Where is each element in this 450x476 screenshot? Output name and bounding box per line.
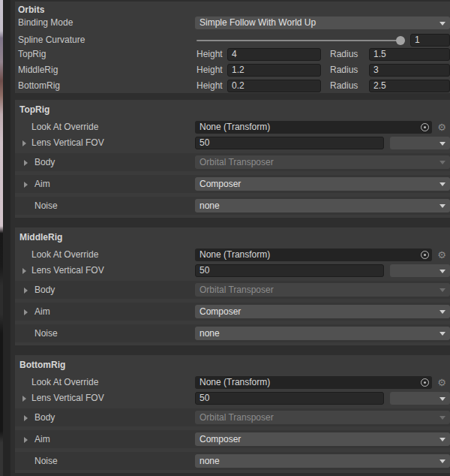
look-at-override-row: Look At Override None (Transform) ⚙ [15,121,450,134]
foldout-arrow-icon[interactable] [22,268,26,274]
body-dropdown: Orbital Transposer [195,283,450,297]
foldout-arrow-icon[interactable] [24,182,28,188]
bottomrig-section-title: BottomRig [20,360,65,371]
orbits-section-title: Orbits [18,5,44,16]
look-at-override-object-field[interactable]: None (Transform) [195,249,432,261]
foldout-arrow-icon[interactable] [22,396,26,402]
object-picker-icon[interactable] [421,378,429,387]
gear-icon[interactable]: ⚙ [437,249,446,261]
lens-vertical-fov-field[interactable]: 50 [195,264,384,277]
lens-vertical-fov-label: Lens Vertical FOV [32,264,104,277]
gear-icon[interactable]: ⚙ [437,376,446,389]
look-at-override-value: None (Transform) [200,249,270,260]
spline-curvature-label: Spline Curvature [18,34,85,47]
look-at-override-label: Look At Override [32,249,98,261]
noise-label: Noise [34,327,58,340]
noise-row: Noise none [15,324,450,342]
bottomrig-orbit-row: BottomRig Height 0.2 Radius 2.5 [15,80,450,92]
aim-label: Aim [34,306,50,318]
unity-inspector-panel: Orbits Binding Mode Simple Follow With W… [0,0,450,476]
noise-dropdown[interactable]: none [195,199,450,212]
radius-label: Radius [330,80,358,92]
look-at-override-object-field[interactable]: None (Transform) [195,376,432,389]
chevron-down-icon [440,22,446,26]
toprig-radius-field[interactable]: 1.5 [369,48,450,61]
bottomrig-section: BottomRig Look At Override None (Transfo… [15,355,450,473]
foldout-arrow-icon[interactable] [24,437,28,443]
look-at-override-value: None (Transform) [200,377,270,387]
noise-dropdown[interactable]: none [195,454,450,468]
aim-row: Aim Composer [15,303,450,321]
body-row: Body Orbital Transposer [15,153,450,171]
foldout-arrow-icon[interactable] [24,160,28,166]
middlerig-radius-field[interactable]: 3 [369,64,450,77]
aim-dropdown[interactable]: Composer [195,432,450,446]
foldout-arrow-icon[interactable] [22,140,26,146]
look-at-override-label: Look At Override [32,376,98,389]
middlerig-orbit-label: MiddleRig [18,64,58,77]
noise-dropdown[interactable]: none [195,327,450,340]
aim-dropdown[interactable]: Composer [195,177,450,191]
look-at-override-row: Look At Override None (Transform) ⚙ [15,249,450,261]
aim-value: Composer [200,433,241,446]
noise-row: Noise none [15,452,450,470]
gear-icon[interactable]: ⚙ [437,121,446,134]
chevron-down-icon [440,270,446,273]
lens-vertical-fov-row: Lens Vertical FOV 50 [15,264,450,277]
binding-mode-dropdown[interactable]: Simple Follow With World Up [195,17,450,29]
bottomrig-height-field[interactable]: 0.2 [227,80,321,92]
look-at-override-value: None (Transform) [200,122,270,132]
lens-vertical-fov-label: Lens Vertical FOV [32,137,104,149]
spline-curvature-slider[interactable] [196,40,400,41]
binding-mode-label: Binding Mode [18,17,73,29]
bottomrig-radius-field[interactable]: 2.5 [369,80,450,92]
middlerig-orbit-row: MiddleRig Height 1.2 Radius 3 [15,64,450,77]
body-value: Orbital Transposer [200,411,274,424]
chevron-down-icon [440,288,446,292]
body-value: Orbital Transposer [200,284,274,297]
aim-dropdown[interactable]: Composer [195,305,450,318]
body-value: Orbital Transposer [200,156,274,169]
body-label: Body [34,156,55,169]
noise-label: Noise [34,455,58,468]
lens-preset-dropdown[interactable] [390,137,450,149]
body-label: Body [34,284,55,297]
spline-curvature-row: Spline Curvature 1 [15,34,450,47]
aim-label: Aim [34,433,50,446]
aim-label: Aim [34,178,50,191]
chevron-down-icon [440,310,446,314]
object-picker-icon[interactable] [421,123,429,131]
radius-label: Radius [330,48,358,61]
lens-vertical-fov-field[interactable]: 50 [195,137,384,149]
lens-preset-dropdown[interactable] [390,264,450,277]
body-dropdown: Orbital Transposer [195,411,450,424]
body-row: Body Orbital Transposer [15,281,450,299]
chevron-down-icon [440,459,446,463]
chevron-down-icon [440,332,446,336]
aim-value: Composer [200,178,241,191]
spline-curvature-field[interactable]: 1 [410,34,450,47]
height-label: Height [196,48,223,61]
look-at-override-object-field[interactable]: None (Transform) [195,121,432,134]
middlerig-height-field[interactable]: 1.2 [227,64,321,77]
toprig-section-title: TopRig [20,104,50,116]
window-edge-gutter [3,0,10,476]
object-picker-icon[interactable] [421,251,429,259]
slider-knob-icon[interactable] [396,36,405,45]
lens-preset-dropdown[interactable] [390,392,450,405]
foldout-arrow-icon[interactable] [24,415,28,421]
binding-mode-value: Simple Follow With World Up [200,17,316,29]
noise-label: Noise [34,200,58,212]
toprig-height-field[interactable]: 4 [227,48,321,61]
chevron-down-icon [440,142,446,146]
chevron-down-icon [440,397,446,401]
foldout-arrow-icon[interactable] [24,288,28,294]
lens-vertical-fov-row: Lens Vertical FOV 50 [15,392,450,405]
body-dropdown: Orbital Transposer [195,155,450,169]
binding-mode-row: Binding Mode Simple Follow With World Up [15,17,450,29]
noise-value: none [200,327,220,340]
lens-vertical-fov-field[interactable]: 50 [195,392,384,405]
middlerig-section: MiddleRig Look At Override None (Transfo… [15,227,450,345]
foldout-arrow-icon[interactable] [24,309,28,315]
noise-row: Noise none [15,197,450,215]
